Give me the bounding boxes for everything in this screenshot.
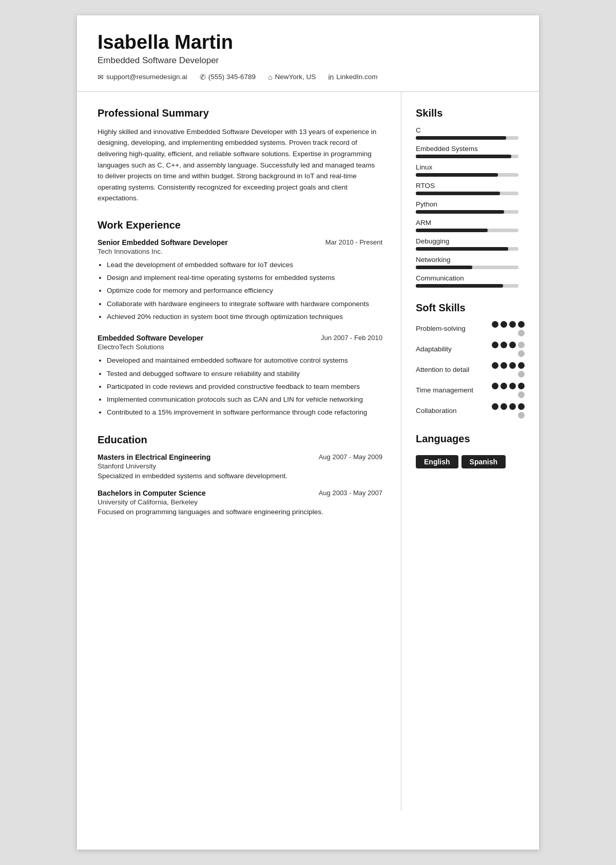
dot-filled	[492, 383, 498, 389]
dot-filled	[492, 321, 498, 328]
dot-filled	[500, 403, 507, 410]
soft-skill-dots	[484, 321, 525, 336]
skills-section: Skills CEmbedded SystemsLinuxRTOSPythonA…	[416, 107, 525, 288]
job-bullet: Tested and debugged software to ensure r…	[107, 368, 382, 380]
skill-bar-bg	[416, 247, 518, 251]
dot-filled	[492, 362, 498, 369]
jobs-list: Senior Embedded Software DeveloperMar 20…	[98, 238, 382, 419]
skill-name: ARM	[416, 219, 525, 227]
dot-filled	[509, 342, 516, 348]
job-company: Tech Innovations Inc.	[98, 248, 382, 255]
skills-title: Skills	[416, 107, 525, 119]
dot-empty	[518, 412, 525, 419]
languages-title: Languages	[416, 433, 525, 445]
education-list: Masters in Electrical EngineeringAug 200…	[98, 453, 382, 516]
soft-skills-list: Problem-solvingAdaptabilityAttention to …	[416, 321, 525, 419]
soft-skill-name: Problem-solving	[416, 324, 484, 333]
edu-school: Stanford University	[98, 462, 382, 470]
language-badge: Spanish	[461, 455, 506, 468]
skill-name: Communication	[416, 274, 525, 282]
skill-bar-bg	[416, 192, 518, 195]
dot-filled	[509, 362, 516, 369]
skill-name: RTOS	[416, 182, 525, 190]
soft-skill-dots	[484, 383, 525, 398]
skill-bar-bg	[416, 136, 518, 140]
location-icon: ⌂	[268, 73, 272, 81]
skill-name: Networking	[416, 256, 525, 264]
dot-filled	[518, 362, 525, 369]
skill-bar-fill	[416, 210, 504, 214]
summary-section: Professional Summary Highly skilled and …	[98, 107, 382, 204]
soft-skill-name: Adaptability	[416, 345, 484, 354]
left-column: Professional Summary Highly skilled and …	[77, 92, 401, 811]
skill-item: C	[416, 126, 525, 140]
skill-name: C	[416, 126, 525, 134]
job-bullet: Collaborate with hardware engineers to i…	[107, 298, 382, 310]
skill-bar-fill	[416, 192, 500, 195]
soft-skill-item: Collaboration	[416, 403, 525, 419]
job-bullets: Lead the development of embedded softwar…	[107, 259, 382, 323]
skill-name: Python	[416, 200, 525, 208]
skill-bar-bg	[416, 155, 518, 158]
dot-filled	[518, 321, 525, 328]
soft-skill-item: Problem-solving	[416, 321, 525, 336]
languages-section: Languages EnglishSpanish	[416, 433, 525, 468]
skill-bar-bg	[416, 284, 518, 288]
job-bullet: Implemented communication protocols such…	[107, 394, 382, 405]
linkedin-contact: in LinkedIn.com	[328, 73, 377, 81]
dot-empty	[518, 342, 525, 348]
skill-bar-fill	[416, 247, 508, 251]
job-entry: Senior Embedded Software DeveloperMar 20…	[98, 238, 382, 323]
dot-empty	[518, 350, 525, 357]
job-bullet: Design and implement real-time operating…	[107, 272, 382, 284]
right-column: Skills CEmbedded SystemsLinuxRTOSPythonA…	[401, 92, 539, 811]
soft-skill-name: Collaboration	[416, 406, 484, 416]
job-date: Jun 2007 - Feb 2010	[321, 334, 382, 342]
skill-bar-fill	[416, 155, 511, 158]
dot-filled	[518, 403, 525, 410]
skill-bar-fill	[416, 266, 472, 269]
skill-bar-fill	[416, 136, 506, 140]
dot-filled	[509, 321, 516, 328]
edu-header: Masters in Electrical EngineeringAug 200…	[98, 453, 382, 461]
resume-container: Isabella Martin Embedded Software Develo…	[77, 15, 539, 850]
dot-filled	[500, 383, 507, 389]
skill-item: Debugging	[416, 237, 525, 251]
phone-contact: ✆ (555) 345-6789	[200, 73, 256, 81]
skill-bar-bg	[416, 210, 518, 214]
education-section: Education Masters in Electrical Engineer…	[98, 434, 382, 516]
job-entry: Embedded Software DeveloperJun 2007 - Fe…	[98, 334, 382, 418]
soft-skill-name: Attention to detail	[416, 365, 484, 374]
edu-school: University of California, Berkeley	[98, 498, 382, 506]
job-bullet: Contributed to a 15% improvement in soft…	[107, 407, 382, 418]
edu-description: Focused on programming languages and sof…	[98, 508, 382, 516]
soft-skill-item: Adaptability	[416, 342, 525, 357]
dot-filled	[500, 321, 507, 328]
soft-skills-title: Soft Skills	[416, 302, 525, 314]
job-company: ElectroTech Solutions	[98, 343, 382, 351]
soft-skill-name: Time management	[416, 386, 484, 395]
job-bullet: Optimize code for memory and performance…	[107, 285, 382, 296]
skill-item: RTOS	[416, 182, 525, 195]
dot-empty	[518, 391, 525, 398]
email-contact: ✉ support@resumedesign.ai	[98, 73, 187, 81]
location-contact: ⌂ NewYork, US	[268, 73, 316, 81]
skill-item: Communication	[416, 274, 525, 288]
dot-filled	[500, 362, 507, 369]
soft-skills-section: Soft Skills Problem-solvingAdaptabilityA…	[416, 302, 525, 419]
skill-bar-fill	[416, 229, 488, 232]
skill-bar-fill	[416, 173, 498, 177]
resume-header: Isabella Martin Embedded Software Develo…	[77, 15, 539, 92]
dot-empty	[518, 371, 525, 378]
job-date: Mar 2010 - Present	[325, 238, 382, 246]
skill-item: Linux	[416, 163, 525, 177]
phone-icon: ✆	[200, 73, 206, 81]
languages-list: EnglishSpanish	[416, 452, 525, 468]
skill-bar-bg	[416, 229, 518, 232]
dot-filled	[509, 403, 516, 410]
job-bullet: Developed and maintained embedded softwa…	[107, 355, 382, 366]
candidate-name: Isabella Martin	[98, 32, 518, 53]
summary-title: Professional Summary	[98, 107, 382, 119]
linkedin-icon: in	[328, 73, 334, 81]
soft-skill-item: Time management	[416, 383, 525, 398]
